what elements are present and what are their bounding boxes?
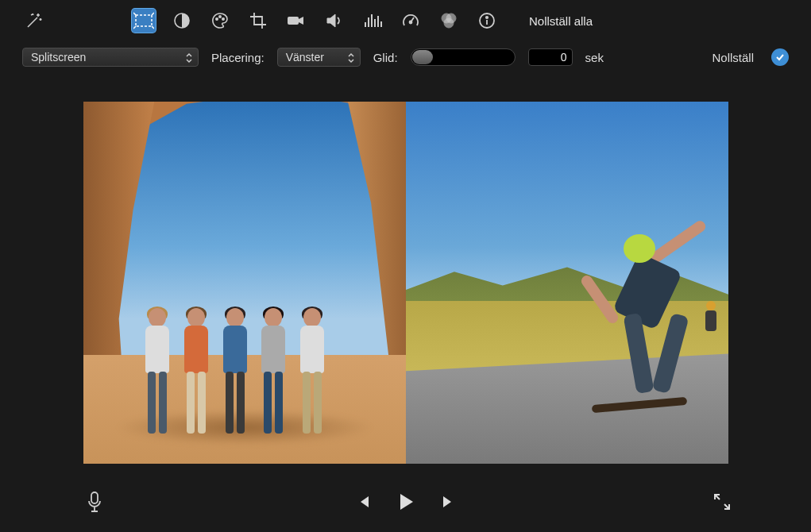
video-overlay-button[interactable] xyxy=(132,9,156,33)
noise-reduction-button[interactable] xyxy=(361,9,384,33)
info-icon xyxy=(477,11,496,30)
voiceover-button[interactable] xyxy=(86,491,103,516)
crop-button[interactable] xyxy=(246,9,270,33)
svg-rect-5 xyxy=(288,17,299,25)
info-button[interactable] xyxy=(475,9,499,33)
reset-all-button[interactable]: Nollställ alla xyxy=(529,14,593,28)
magic-wand-button[interactable] xyxy=(22,9,46,33)
skip-previous-button[interactable] xyxy=(354,493,372,514)
overlay-mode-dropdown[interactable]: Splitscreen xyxy=(22,48,199,67)
svg-point-3 xyxy=(219,16,221,17)
chevron-updown-icon xyxy=(185,52,193,64)
skip-next-icon xyxy=(440,493,458,511)
svg-point-11 xyxy=(486,17,488,18)
skip-next-button[interactable] xyxy=(440,493,458,514)
preview-right-pane xyxy=(406,102,728,464)
svg-rect-0 xyxy=(136,15,152,26)
playback-bar xyxy=(0,484,811,522)
slide-slider[interactable] xyxy=(411,48,516,66)
speed-button[interactable] xyxy=(399,9,423,33)
inspector-toolbar: Nollställ alla xyxy=(0,0,811,40)
crop-icon xyxy=(249,11,268,30)
overlay-mode-value: Splitscreen xyxy=(31,51,86,64)
svg-point-6 xyxy=(410,21,412,24)
stabilize-button[interactable] xyxy=(284,9,308,33)
slide-value-field[interactable]: 0 xyxy=(528,48,573,66)
volume-icon xyxy=(325,11,344,30)
svg-rect-12 xyxy=(91,492,98,503)
equalizer-icon xyxy=(363,11,382,30)
color-button[interactable] xyxy=(208,9,232,33)
preview-left-pane xyxy=(83,102,406,464)
svg-point-9 xyxy=(444,18,454,28)
placement-label: Placering: xyxy=(211,51,265,64)
chevron-updown-icon xyxy=(347,52,355,64)
reset-button[interactable]: Nollställ xyxy=(712,51,754,64)
svg-point-4 xyxy=(222,18,224,20)
apply-checkmark-button[interactable] xyxy=(771,48,789,66)
volume-button[interactable] xyxy=(322,9,346,33)
filters-icon xyxy=(439,11,458,30)
palette-icon xyxy=(210,11,230,30)
overlay-settings-bar: Splitscreen Placering: Vänster Glid: 0 s… xyxy=(0,40,811,78)
play-button[interactable] xyxy=(396,492,416,515)
placement-dropdown[interactable]: Vänster xyxy=(277,48,361,67)
slide-unit-label: sek xyxy=(585,51,604,64)
contrast-button[interactable] xyxy=(170,9,194,33)
play-icon xyxy=(396,492,416,512)
placement-value: Vänster xyxy=(286,51,324,64)
video-camera-icon xyxy=(286,11,307,30)
fullscreen-button[interactable] xyxy=(713,492,732,515)
overlay-icon xyxy=(133,10,154,31)
svg-point-2 xyxy=(216,18,218,20)
checkmark-icon xyxy=(774,52,786,63)
slide-label: Glid: xyxy=(373,51,398,64)
filters-button[interactable] xyxy=(437,9,461,33)
contrast-icon xyxy=(172,11,191,30)
slider-knob[interactable] xyxy=(412,50,433,64)
magic-wand-icon xyxy=(25,11,44,30)
speedometer-icon xyxy=(401,11,420,30)
video-preview[interactable] xyxy=(83,102,728,464)
fullscreen-icon xyxy=(713,492,732,511)
microphone-icon xyxy=(86,491,103,513)
skip-previous-icon xyxy=(354,493,372,511)
